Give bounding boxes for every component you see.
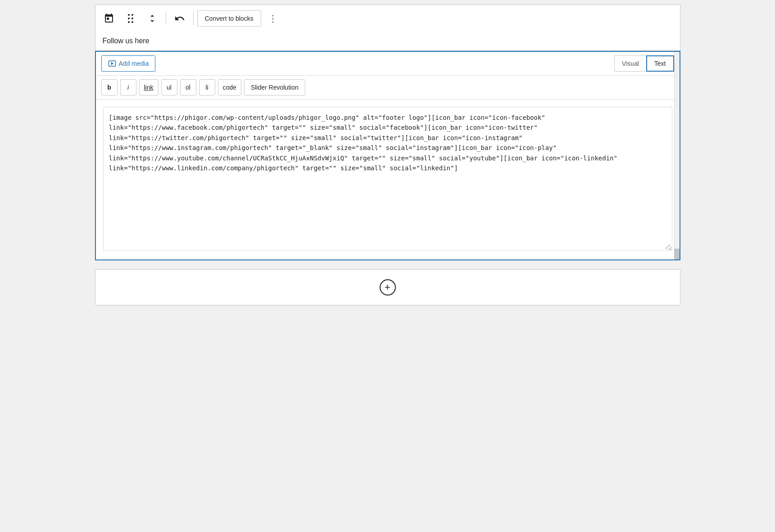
view-tabs: Visual Text [614,55,674,72]
ul-button[interactable]: ul [161,79,177,95]
li-label: li [205,84,208,91]
bold-button[interactable]: b [101,79,118,95]
more-options-icon: ⋮ [268,13,277,24]
link-button[interactable]: link [139,79,159,95]
scrollbar-track[interactable] [674,52,680,259]
text-tab-label: Text [654,60,666,67]
more-options-button[interactable]: ⋮ [263,9,283,28]
resize-handle[interactable]: ⤢ [665,243,671,250]
calendar-icon [104,13,114,24]
code-textarea[interactable]: [image src="https://phigor.com/wp-conten… [103,107,672,251]
code-label: code [223,84,236,91]
visual-tab[interactable]: Visual [614,55,646,72]
block-toolbar: Convert to blocks ⋮ [95,5,680,32]
add-block-plus: + [385,282,390,293]
widget-title-input[interactable] [103,37,673,45]
undo-icon [174,13,185,24]
add-media-button[interactable]: Add media [101,55,156,72]
bold-label: b [107,84,111,91]
scrollbar-thumb[interactable] [674,249,680,259]
editor-outer: Add media Visual Text b [96,52,680,259]
link-label: link [144,84,154,91]
add-media-icon [108,59,116,68]
calendar-icon-btn[interactable] [99,9,119,28]
add-block-area[interactable]: + [95,269,680,305]
editor-container: Add media Visual Text b [95,51,680,260]
drag-handle-btn[interactable] [121,9,140,28]
text-tab[interactable]: Text [646,55,674,72]
up-down-icon [147,13,158,24]
add-block-icon[interactable]: + [380,279,396,296]
italic-label: i [127,84,129,91]
visual-tab-label: Visual [622,60,639,67]
code-button[interactable]: code [218,79,241,95]
widget-title-area [95,32,680,51]
undo-btn[interactable] [170,9,190,28]
slider-revolution-button[interactable]: Slider Revolution [244,79,305,95]
ul-label: ul [167,84,172,91]
editor-main: Add media Visual Text b [96,52,680,259]
add-media-label: Add media [119,60,149,67]
up-down-arrow-btn[interactable] [142,9,162,28]
li-button[interactable]: li [199,79,215,95]
editor-top-bar: Add media Visual Text [96,52,680,76]
slider-revolution-label: Slider Revolution [251,84,299,91]
format-toolbar: b i link ul ol li [96,76,680,100]
ol-button[interactable]: ol [180,79,196,95]
italic-button[interactable]: i [120,79,136,95]
convert-to-blocks-button[interactable]: Convert to blocks [197,10,261,27]
toolbar-divider-2 [193,12,194,25]
toolbar-divider [166,12,166,25]
ol-label: ol [186,84,190,91]
code-editor-area: [image src="https://phigor.com/wp-conten… [96,100,680,259]
drag-handle-icon [125,13,136,24]
